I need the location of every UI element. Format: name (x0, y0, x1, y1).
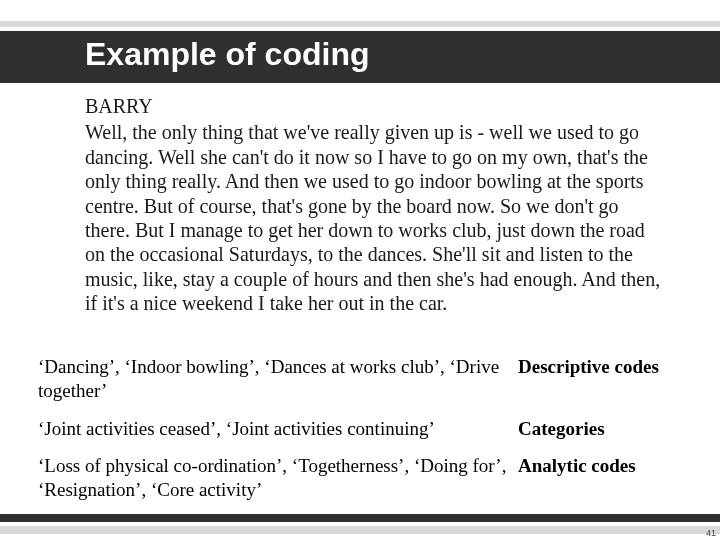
codes-list: ‘Loss of physical co-ordination’, ‘Toget… (38, 454, 518, 502)
codes-label: Descriptive codes (518, 355, 698, 379)
page-number: 41 (706, 528, 716, 538)
transcript-text: Well, the only thing that we've really g… (85, 120, 665, 315)
decor-bar-light-bottom (0, 526, 720, 534)
table-row: ‘Joint activities ceased’, ‘Joint activi… (38, 417, 698, 441)
codes-table: ‘Dancing’, ‘Indoor bowling’, ‘Dances at … (38, 355, 698, 516)
speaker-name: BARRY (85, 94, 665, 118)
body-text: BARRY Well, the only thing that we've re… (85, 94, 665, 316)
decor-bar-dark-bottom (0, 514, 720, 522)
slide: Example of coding BARRY Well, the only t… (0, 0, 720, 540)
codes-label: Analytic codes (518, 454, 698, 478)
table-row: ‘Dancing’, ‘Indoor bowling’, ‘Dances at … (38, 355, 698, 403)
codes-list: ‘Joint activities ceased’, ‘Joint activi… (38, 417, 518, 441)
codes-label: Categories (518, 417, 698, 441)
table-row: ‘Loss of physical co-ordination’, ‘Toget… (38, 454, 698, 502)
decor-bar-light-top (0, 21, 720, 27)
codes-list: ‘Dancing’, ‘Indoor bowling’, ‘Dances at … (38, 355, 518, 403)
slide-title: Example of coding (85, 36, 369, 73)
